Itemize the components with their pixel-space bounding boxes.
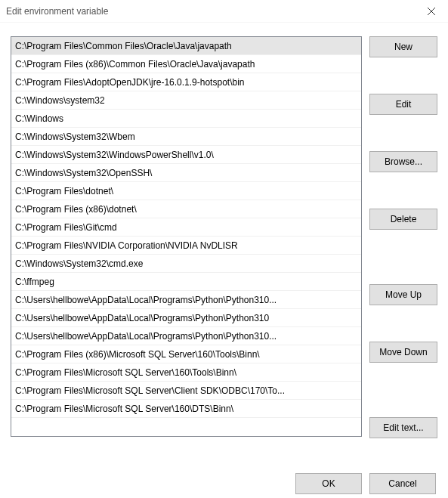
move-up-button[interactable]: Move Up xyxy=(369,284,437,305)
close-button[interactable] xyxy=(415,0,448,23)
browse-button[interactable]: Browse... xyxy=(369,151,437,172)
path-listbox[interactable]: C:\Program Files\Common Files\Oracle\Jav… xyxy=(11,36,362,437)
window-title: Edit environment variable xyxy=(6,6,108,17)
new-button[interactable]: New xyxy=(369,36,437,57)
close-icon xyxy=(428,8,435,15)
cancel-button[interactable]: Cancel xyxy=(369,473,436,494)
list-item[interactable]: C:\Program Files\Microsoft SQL Server\Cl… xyxy=(11,382,361,400)
list-item[interactable]: C:\Program Files\AdoptOpenJDK\jre-16.0.1… xyxy=(11,73,361,91)
list-item[interactable]: C:\Program Files\dotnet\ xyxy=(11,182,361,200)
list-item[interactable]: C:\Windows\system32 xyxy=(11,91,361,110)
list-item[interactable]: C:\ffmpeg xyxy=(11,273,361,291)
list-item[interactable]: C:\Users\hellbowe\AppData\Local\Programs… xyxy=(11,327,361,345)
edit-text-button[interactable]: Edit text... xyxy=(369,417,437,438)
list-item[interactable]: C:\Program Files\Common Files\Oracle\Jav… xyxy=(11,37,361,55)
delete-button[interactable]: Delete xyxy=(369,209,437,230)
main-row: C:\Program Files\Common Files\Oracle\Jav… xyxy=(11,36,437,456)
list-item[interactable]: C:\Users\hellbowe\AppData\Local\Programs… xyxy=(11,291,361,309)
side-button-column: New Edit Browse... Delete Move Up Move D… xyxy=(369,36,437,456)
list-item[interactable]: C:\Users\hellbowe\AppData\Local\Programs… xyxy=(11,309,361,327)
list-item[interactable]: C:\Windows\System32\Wbem xyxy=(11,128,361,146)
titlebar: Edit environment variable xyxy=(0,0,448,23)
list-item[interactable]: C:\Windows\System32\WindowsPowerShell\v1… xyxy=(11,146,361,164)
edit-button[interactable]: Edit xyxy=(369,94,437,115)
dialog-window: Edit environment variable C:\Program Fil… xyxy=(0,0,448,498)
move-down-button[interactable]: Move Down xyxy=(369,342,437,363)
ok-button[interactable]: OK xyxy=(295,473,362,494)
dialog-footer: OK Cancel xyxy=(11,456,437,494)
list-item[interactable]: C:\Program Files (x86)\dotnet\ xyxy=(11,200,361,218)
list-item[interactable]: C:\Program Files\Git\cmd xyxy=(11,218,361,237)
list-item[interactable]: C:\Program Files\Microsoft SQL Server\16… xyxy=(11,363,361,382)
dialog-content: C:\Program Files\Common Files\Oracle\Jav… xyxy=(0,23,448,498)
list-item[interactable]: C:\Windows\System32\OpenSSH\ xyxy=(11,164,361,182)
list-item[interactable]: C:\Program Files\Microsoft SQL Server\16… xyxy=(11,400,361,418)
list-item[interactable]: C:\Windows\System32\cmd.exe xyxy=(11,255,361,273)
list-item[interactable]: C:\Windows xyxy=(11,110,361,128)
list-item[interactable]: C:\Program Files (x86)\Microsoft SQL Ser… xyxy=(11,345,361,363)
list-item[interactable]: C:\Program Files (x86)\Common Files\Orac… xyxy=(11,55,361,73)
list-item[interactable]: C:\Program Files\NVIDIA Corporation\NVID… xyxy=(11,237,361,255)
